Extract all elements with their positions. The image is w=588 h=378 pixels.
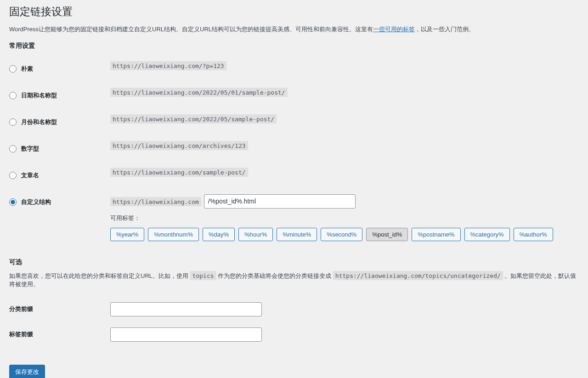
category-base-label: 分类前缀 [9, 297, 106, 322]
optional-description: 如果您喜欢，您可以在此给您的分类和标签自定义URL。比如，使用 topics 作… [9, 272, 579, 288]
category-base-input[interactable] [110, 302, 262, 316]
page-title: 固定链接设置 [9, 5, 579, 19]
tag-author-button[interactable]: %author% [514, 228, 553, 241]
option-numeric-text: 数字型 [21, 145, 39, 153]
option-numeric-label[interactable]: 数字型 [9, 145, 101, 153]
option-numeric-radio[interactable] [9, 145, 17, 152]
option-plain-example: https://liaoweixiang.com/?p=123 [110, 61, 226, 70]
optional-desc-code1: topics [190, 271, 216, 280]
common-settings-heading: 常用设置 [9, 42, 579, 50]
option-custom-label[interactable]: 自定义结构 [9, 198, 101, 206]
tag-postname-button[interactable]: %postname% [412, 228, 460, 241]
option-custom-text: 自定义结构 [21, 198, 51, 206]
option-postname-label[interactable]: 文章名 [9, 171, 101, 180]
tag-monthnum-button[interactable]: %monthnum% [148, 228, 199, 241]
option-plain-label[interactable]: 朴素 [9, 65, 101, 73]
option-monthdate-text: 月份和名称型 [21, 118, 57, 126]
tag-second-button[interactable]: %second% [321, 228, 362, 241]
option-postname-radio[interactable] [9, 172, 17, 179]
available-tags-label: 可用标签： [110, 214, 574, 222]
option-daydate-radio[interactable] [9, 92, 17, 99]
optional-table: 分类前缀 标签前缀 [9, 297, 579, 347]
tag-base-input[interactable] [110, 327, 262, 342]
intro-text2: ，以及一些入门范例。 [415, 26, 475, 33]
intro-text1: WordPress让您能够为您的固定链接和归档建立自定义URL结构。自定义URL… [9, 26, 373, 33]
option-numeric-example: https://liaoweixiang.com/archives/123 [110, 141, 248, 150]
tag-hour-button[interactable]: %hour% [238, 228, 273, 241]
custom-structure-input[interactable] [204, 194, 356, 209]
tag-day-button[interactable]: %day% [203, 228, 235, 241]
tag-base-label: 标签前缀 [9, 322, 106, 347]
option-monthdate-example: https://liaoweixiang.com/2022/05/sample-… [110, 114, 277, 124]
tag-buttons-row: %year% %monthnum% %day% %hour% %minute% … [110, 228, 574, 241]
tag-year-button[interactable]: %year% [110, 228, 144, 241]
option-plain-radio[interactable] [9, 65, 17, 73]
intro-tags-link[interactable]: 一些可用的标签 [373, 26, 415, 33]
optional-heading: 可选 [9, 258, 579, 266]
permalink-options-table: 朴素 https://liaoweixiang.com/?p=123 日期和名称… [9, 56, 579, 248]
tag-postid-button[interactable]: %post_id% [366, 228, 408, 241]
custom-base-url: https://liaoweixiang.com [110, 197, 201, 206]
option-postname-text: 文章名 [21, 171, 39, 180]
option-daydate-label[interactable]: 日期和名称型 [9, 91, 101, 100]
tag-category-button[interactable]: %category% [464, 228, 510, 241]
tag-minute-button[interactable]: %minute% [277, 228, 317, 241]
intro-paragraph: WordPress让您能够为您的固定链接和归档建立自定义URL结构。自定义URL… [9, 25, 579, 34]
option-monthdate-radio[interactable] [9, 118, 17, 126]
option-postname-example: https://liaoweixiang.com/sample-post/ [110, 168, 248, 177]
option-monthdate-label[interactable]: 月份和名称型 [9, 118, 101, 126]
option-custom-radio[interactable] [9, 198, 17, 206]
option-plain-text: 朴素 [21, 65, 33, 73]
option-daydate-example: https://liaoweixiang.com/2022/05/01/samp… [110, 88, 288, 97]
optional-desc-code2: https://liaoweixiang.com/topics/uncatego… [333, 271, 503, 280]
save-button[interactable]: 保存更改 [9, 365, 45, 378]
option-daydate-text: 日期和名称型 [21, 91, 57, 100]
